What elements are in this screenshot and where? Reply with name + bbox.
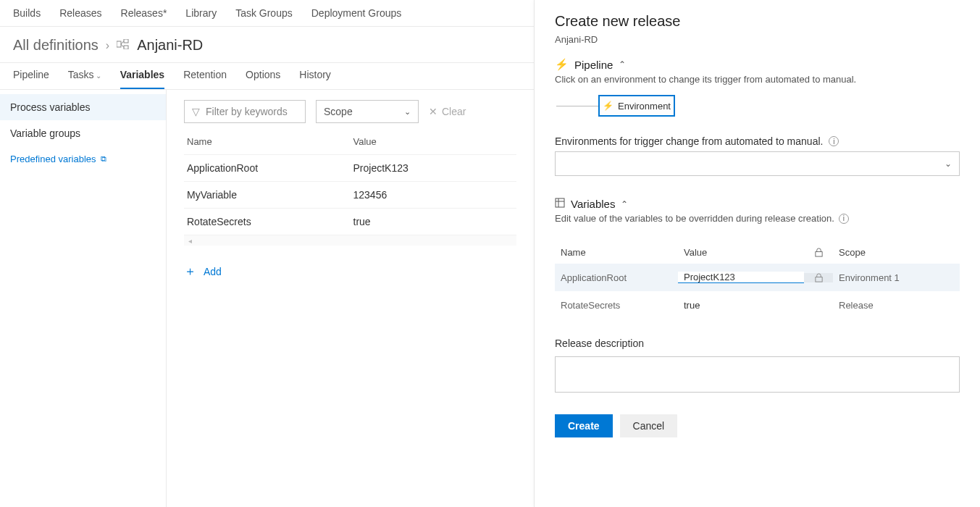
release-description-label: Release description	[555, 338, 960, 349]
nav-library[interactable]: Library	[185, 7, 217, 19]
environment-box[interactable]: ⚡ Environment	[598, 95, 675, 117]
sidebar-item-variable-groups[interactable]: Variable groups	[0, 120, 166, 146]
breadcrumb: All definitions › Anjani-RD	[0, 27, 534, 63]
sidebar-link-predefined[interactable]: Predefined variables⧉	[0, 146, 166, 172]
chevron-up-icon: ⌃	[621, 199, 628, 209]
sub-tabs: Pipeline Tasks⌄ Variables Retention Opti…	[0, 63, 534, 90]
col-header-value: Value	[351, 136, 517, 147]
tab-retention[interactable]: Retention	[183, 69, 227, 89]
tab-variables[interactable]: Variables	[120, 69, 165, 89]
nav-builds[interactable]: Builds	[13, 7, 41, 19]
filter-icon: ▽	[192, 106, 200, 117]
tab-tasks[interactable]: Tasks⌄	[68, 69, 101, 89]
nav-task-groups[interactable]: Task Groups	[235, 7, 293, 19]
filter-input[interactable]: ▽ Filter by keywords	[184, 100, 306, 123]
pipeline-diagram: ⚡ Environment	[555, 95, 960, 117]
col-header-name: Name	[184, 136, 351, 147]
override-variables-table: Name Value Scope ApplicationRoot Project…	[555, 241, 960, 319]
breadcrumb-root[interactable]: All definitions	[13, 37, 99, 54]
table-row[interactable]: MyVariable123456	[184, 182, 516, 209]
cancel-button[interactable]: Cancel	[620, 414, 678, 437]
filter-placeholder: Filter by keywords	[206, 106, 288, 117]
variables-icon	[555, 198, 565, 210]
svg-line-4	[121, 44, 124, 48]
variables-table: Name Value ApplicationRootProjectK123 My…	[184, 129, 516, 235]
table-row[interactable]: RotateSecrets true Release	[555, 291, 960, 319]
top-nav: Builds Releases Releases* Library Task G…	[0, 0, 534, 27]
add-variable-button[interactable]: ＋ Add	[184, 246, 516, 280]
svg-rect-9	[815, 277, 821, 282]
external-link-icon: ⧉	[101, 154, 106, 164]
chevron-right-icon: ›	[106, 39, 109, 52]
chevron-up-icon: ⌃	[619, 59, 626, 70]
section-pipeline-toggle[interactable]: ⚡ Pipeline ⌃	[555, 58, 960, 71]
nav-deployment-groups[interactable]: Deployment Groups	[311, 7, 402, 19]
plus-icon: ＋	[184, 263, 196, 280]
table-row[interactable]: ApplicationRoot ProjectK123 Environment …	[555, 264, 960, 291]
lock-icon	[814, 248, 824, 257]
panel-title: Create new release	[555, 13, 960, 30]
chevron-down-icon: ⌄	[96, 72, 101, 80]
section-variables-toggle[interactable]: Variables ⌃	[555, 198, 960, 210]
col-header-scope: Scope	[833, 247, 960, 258]
col-header-lock	[804, 248, 833, 257]
create-release-panel: Create new release Anjani-RD ⚡ Pipeline …	[535, 0, 980, 507]
svg-line-3	[121, 41, 124, 45]
create-button[interactable]: Create	[555, 414, 613, 437]
sidebar-item-process-variables[interactable]: Process variables	[0, 94, 166, 120]
release-description-input[interactable]	[555, 356, 960, 393]
value-input[interactable]: ProjectK123	[678, 272, 804, 283]
scroll-left-icon[interactable]: ◂	[184, 235, 516, 246]
svg-rect-8	[815, 252, 821, 257]
svg-rect-2	[124, 46, 128, 49]
table-row[interactable]: ApplicationRootProjectK123	[184, 155, 516, 182]
nav-releases-star[interactable]: Releases*	[121, 7, 167, 19]
svg-rect-5	[556, 198, 564, 207]
info-icon[interactable]: i	[839, 214, 849, 224]
close-icon: ✕	[429, 106, 437, 117]
env-select[interactable]: ⌄	[555, 151, 960, 176]
section-variables-desc: Edit value of the variables to be overri…	[555, 213, 960, 224]
definition-name: Anjani-RD	[137, 37, 203, 54]
sidebar: Process variables Variable groups Predef…	[0, 90, 167, 507]
scope-select[interactable]: Scope ⌄	[316, 100, 419, 123]
tab-options[interactable]: Options	[246, 69, 280, 89]
variables-content: ▽ Filter by keywords Scope ⌄ ✕ Clear Nam…	[167, 90, 534, 507]
bolt-icon: ⚡	[603, 101, 613, 111]
pipeline-connector	[556, 106, 598, 106]
svg-rect-1	[124, 39, 128, 43]
section-pipeline-desc: Click on an environment to change its tr…	[555, 74, 960, 85]
scope-label: Scope	[324, 106, 353, 117]
svg-rect-0	[117, 41, 121, 47]
table-row[interactable]: RotateSecretstrue	[184, 209, 516, 235]
lock-icon	[814, 273, 824, 282]
lock-toggle[interactable]	[804, 273, 833, 282]
col-header-value: Value	[678, 247, 804, 258]
release-definition-icon	[117, 39, 130, 51]
tab-pipeline[interactable]: Pipeline	[13, 69, 49, 89]
panel-subtitle: Anjani-RD	[555, 34, 960, 45]
nav-releases[interactable]: Releases	[59, 7, 101, 19]
info-icon[interactable]: i	[829, 136, 839, 146]
tab-history[interactable]: History	[299, 69, 331, 89]
col-header-name: Name	[555, 247, 678, 258]
bolt-icon: ⚡	[555, 58, 569, 71]
clear-button[interactable]: ✕ Clear	[429, 106, 466, 117]
env-select-label: Environments for trigger change from aut…	[555, 135, 960, 147]
chevron-down-icon: ⌄	[404, 107, 411, 117]
chevron-down-icon: ⌄	[945, 159, 952, 169]
